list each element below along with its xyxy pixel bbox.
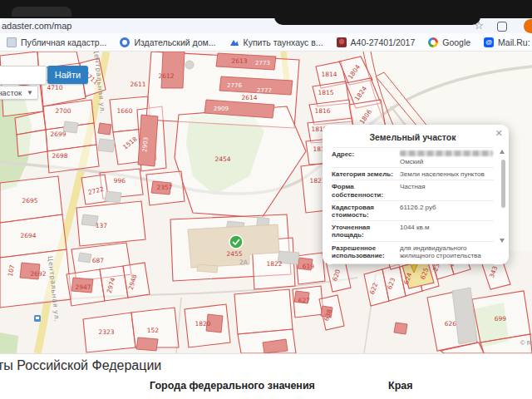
svg-text:2694: 2694 [20,232,36,239]
info-row-area: Уточненная площадь: 1044 кв.м [332,220,494,240]
svg-text:2611: 2611 [130,81,145,88]
url-text[interactable]: adaster.com/map [2,21,71,31]
bookmark-google[interactable]: Google [428,37,470,47]
map-copyright: © Ru [520,339,532,347]
svg-text:2777: 2777 [257,87,272,94]
mailru-icon: @ [484,37,494,47]
bookmark-label: Издательский дом... [134,37,215,47]
popup-footer: Отображена справочная информация об объе… [332,264,494,264]
svg-text:2909: 2909 [214,106,229,112]
bookmark-label: Mail.Ru: почта, пои... [498,37,532,47]
row-label: Категория земель: [332,170,397,178]
svg-text:996: 996 [114,177,126,185]
info-row-permitted-use: Разрешенное использование: для индивидуа… [332,241,494,261]
info-row-address: Адрес: Омский [332,147,494,167]
row-value: Частная [397,183,494,198]
section-krais: Края [388,380,413,392]
close-icon[interactable]: ✕ [495,128,503,139]
bookmark-townhouse[interactable]: Купить таунхаус в... [229,37,323,47]
parcel-info-popup: ✕ Земельный участок Адрес: Омский Катего… [323,125,509,264]
svg-text:626: 626 [445,320,457,328]
row-value: 61126.2 руб [397,204,494,219]
chevron-down-icon: ▼ [27,89,33,96]
page-title: ты Российской Федерации [0,358,161,373]
object-type-select[interactable]: участок ▼ [0,86,38,100]
bookmark-court-case[interactable]: А40-27401/2017 [337,37,416,47]
bookmark-label: А40-27401/2017 [351,37,416,47]
scroll-up-icon[interactable] [500,150,505,154]
svg-text:619: 619 [303,263,315,270]
svg-text:1822: 1822 [266,260,282,268]
page-content: ты Российской Федерации Города федеральн… [0,354,532,399]
publisher-ring-icon [120,37,130,47]
svg-text:2700: 2700 [55,107,71,115]
bookmark-label: Купить таунхаус в... [244,37,323,47]
svg-text:1660: 1660 [116,107,132,115]
svg-text:2699: 2699 [50,131,66,138]
scrollbar-thumb[interactable] [501,160,505,208]
svg-text:2А: 2А [239,259,249,266]
search-input[interactable] [0,66,47,85]
svg-text:2613: 2613 [231,57,247,65]
row-value: Омский [397,150,494,165]
info-row-category: Категория земель: Земли населенных пункт… [332,167,494,180]
svg-text:1814: 1814 [321,71,337,78]
browser-window: adaster.com/map ☆ Публичная кадастр... И… [0,0,532,399]
svg-text:2903: 2903 [141,137,150,152]
svg-text:152: 152 [147,327,160,334]
cadastral-map[interactable]: Центральная ул.Центральная ул.4710471127… [0,52,532,354]
svg-text:627: 627 [298,297,311,304]
cadastre-map-icon [7,37,17,47]
svg-text:687: 687 [92,257,105,264]
object-type-value: участок [0,88,22,97]
svg-text:2698: 2698 [52,152,67,160]
tab-bar [0,0,532,18]
row-label: Разрешенное использование: [332,244,397,259]
row-label: Кадастровая стоимость: [332,204,397,219]
bus-stop-icon[interactable] [34,315,41,322]
svg-text:2947: 2947 [75,283,91,291]
popup-title: Земельный участок [332,132,494,142]
svg-text:699: 699 [495,315,507,323]
row-value: 1044 кв.м [397,224,494,239]
profile-avatar[interactable] [524,19,532,33]
scroll-down-icon[interactable] [500,239,505,243]
row-value: Земли населенных пунктов [397,170,494,178]
google-icon [428,37,438,47]
svg-text:4710: 4710 [47,84,62,91]
svg-text:2773: 2773 [255,60,270,66]
svg-text:1816: 1816 [314,107,330,115]
svg-text:2323: 2323 [98,328,114,336]
svg-text:2695: 2695 [22,197,37,204]
row-value: для индивидуального жилищного строительс… [397,244,494,259]
bookmark-cadastre[interactable]: Публичная кадастр... [7,37,106,47]
bookmark-label: Публичная кадастр... [21,37,106,47]
bookmarks-bar: Публичная кадастр... Издательский дом...… [0,33,532,52]
store-marker-icon[interactable] [229,235,243,249]
svg-text:2357: 2357 [156,184,172,191]
info-row-ownership: Форма собственности: Частная [332,180,494,200]
svg-text:2776: 2776 [227,82,242,89]
svg-text:2455: 2455 [226,250,242,258]
browser-tab[interactable] [12,7,71,17]
bookmark-label: Google [442,37,470,47]
bookmark-mailru[interactable]: @ Mail.Ru: почта, пои... [484,37,532,47]
row-label: Адрес: [332,150,397,165]
svg-text:2692: 2692 [30,270,46,278]
svg-text:2454: 2454 [214,155,230,163]
svg-text:137: 137 [96,222,108,229]
townhouse-icon [229,37,239,47]
bookmark-publisher[interactable]: Издательский дом... [120,37,215,47]
svg-text:1820: 1820 [195,320,210,328]
court-emblem-icon [337,37,347,47]
tab-shadow [274,17,480,25]
svg-text:2614: 2614 [241,94,257,101]
find-button[interactable]: Найти [47,66,88,84]
info-row-cadastral-value: Кадастровая стоимость: 61126.2 руб [332,200,494,220]
section-federal-cities: Города федерального значения [150,380,315,392]
svg-text:2612: 2612 [158,72,174,80]
extensions-icon[interactable] [497,22,507,32]
row-label: Форма собственности: [332,183,397,198]
svg-text:1815: 1815 [318,89,333,96]
row-label: Уточненная площадь: [332,224,397,239]
